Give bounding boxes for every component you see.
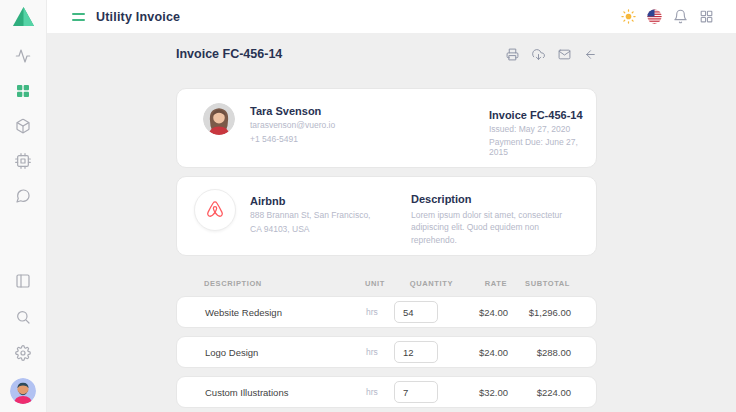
mail-icon[interactable]	[558, 48, 571, 61]
table-row: Custom Illustrations hrs $32.00 $224.00	[176, 376, 597, 408]
customer-card: Tara Svenson tarasvenson@vuero.io +1 546…	[176, 88, 597, 168]
back-arrow-icon[interactable]	[584, 48, 597, 61]
description-text: Lorem ipsum dolor sit amet, consectetur …	[411, 209, 587, 246]
dashboard-grid-icon[interactable]	[15, 83, 31, 99]
table-row: Logo Design hrs $24.00 $288.00	[176, 336, 597, 368]
company-name: Airbnb	[250, 195, 371, 207]
apps-grid-icon[interactable]	[699, 9, 714, 24]
row-description: Website Redesign	[205, 307, 366, 318]
topbar-actions	[621, 9, 736, 24]
row-unit: hrs	[366, 387, 394, 397]
quantity-input[interactable]	[394, 341, 438, 363]
page-title: Utility Invoice	[96, 10, 180, 24]
customer-email: tarasvenson@vuero.io	[250, 120, 335, 130]
top-navbar: Utility Invoice	[47, 0, 736, 33]
us-flag-icon[interactable]	[647, 9, 662, 24]
activity-icon[interactable]	[15, 48, 31, 64]
row-rate: $24.00	[454, 347, 508, 358]
menu-toggle-icon[interactable]	[72, 13, 85, 21]
row-description: Logo Design	[205, 347, 366, 358]
invoice-meta: Invoice FC-456-14 Issued: May 27, 2020 P…	[489, 109, 596, 157]
company-card: Airbnb 888 Brannan St, San Francisco, CA…	[176, 176, 597, 256]
row-unit: hrs	[366, 347, 394, 357]
customer-avatar	[203, 103, 235, 135]
table-row: Website Redesign hrs $24.00 $1,296.00	[176, 296, 597, 328]
row-unit: hrs	[366, 307, 394, 317]
print-icon[interactable]	[506, 48, 519, 61]
invoice-due-date: Payment Due: June 27, 2015	[489, 137, 596, 157]
col-description: DESCRIPTION	[204, 279, 365, 288]
description-block: Description Lorem ipsum dolor sit amet, …	[411, 193, 587, 246]
chat-bubble-icon[interactable]	[15, 188, 31, 204]
row-subtotal: $1,296.00	[508, 307, 571, 318]
sun-icon[interactable]	[621, 9, 636, 24]
row-subtotal: $288.00	[508, 347, 571, 358]
bell-icon[interactable]	[673, 9, 688, 24]
col-unit: UNIT	[365, 279, 393, 288]
row-rate: $32.00	[454, 387, 508, 398]
icon-sidebar	[0, 0, 47, 412]
search-icon[interactable]	[15, 309, 31, 325]
col-rate: RATE	[453, 279, 507, 288]
quantity-input[interactable]	[394, 381, 438, 403]
invoice-title: Invoice FC-456-14	[176, 47, 282, 61]
quantity-input[interactable]	[394, 301, 438, 323]
main-content: Invoice FC-456-14	[47, 33, 736, 412]
panels-icon[interactable]	[15, 273, 31, 289]
row-subtotal: $224.00	[508, 387, 571, 398]
company-address-line2: CA 94103, USA	[250, 224, 371, 234]
invoice-rows: Website Redesign hrs $24.00 $1,296.00 Lo…	[176, 296, 597, 408]
cloud-download-icon[interactable]	[532, 48, 545, 61]
row-description: Custom Illustrations	[205, 387, 366, 398]
company-address-line1: 888 Brannan St, San Francisco,	[250, 210, 371, 220]
customer-name: Tara Svenson	[250, 105, 335, 117]
invoice-number: Invoice FC-456-14	[489, 109, 596, 121]
cube-icon[interactable]	[15, 118, 31, 134]
table-header-row: DESCRIPTION UNIT QUANTITY RATE SUBTOTAL	[176, 279, 597, 288]
description-title: Description	[411, 193, 587, 205]
col-quantity: QUANTITY	[393, 279, 453, 288]
col-subtotal: SUBTOTAL	[507, 279, 570, 288]
airbnb-logo-icon	[194, 189, 236, 231]
row-rate: $24.00	[454, 307, 508, 318]
invoice-issued-date: Issued: May 27, 2020	[489, 124, 596, 134]
user-avatar[interactable]	[10, 378, 36, 404]
cpu-icon[interactable]	[15, 153, 31, 169]
customer-phone: +1 546-5491	[250, 134, 335, 144]
invoice-actions	[506, 48, 597, 61]
invoice-header: Invoice FC-456-14	[176, 44, 597, 64]
gear-icon[interactable]	[15, 345, 31, 361]
app-logo-icon[interactable]	[12, 6, 35, 27]
